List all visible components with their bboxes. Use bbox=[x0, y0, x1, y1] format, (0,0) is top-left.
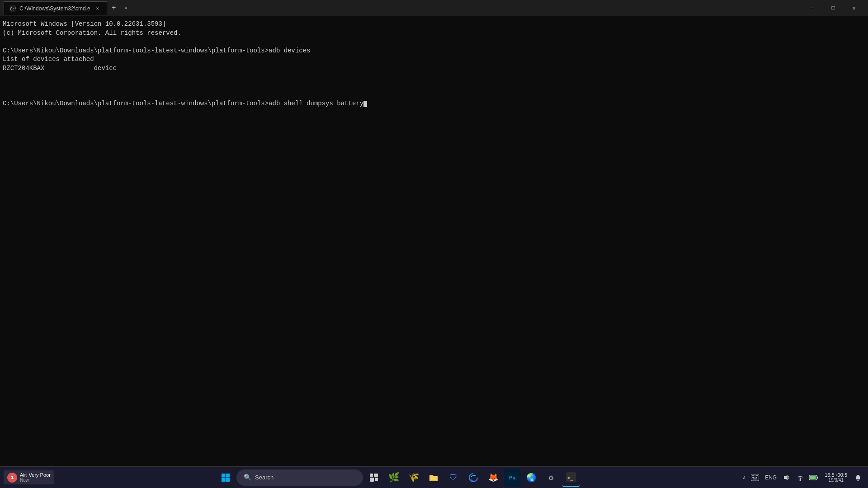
task-view-icon bbox=[369, 473, 378, 482]
svg-rect-13 bbox=[752, 475, 753, 476]
svg-text:>_: >_ bbox=[567, 475, 574, 481]
taskbar-left: 1 Air: Very Poor Now bbox=[4, 470, 54, 484]
tab-close-button[interactable]: ✕ bbox=[94, 5, 101, 12]
browser2-taskbar-icon[interactable]: 🌏 bbox=[522, 469, 540, 487]
maximize-button[interactable]: □ bbox=[823, 0, 844, 16]
firefox-taskbar-icon[interactable]: 🦊 bbox=[484, 469, 502, 487]
svg-rect-26 bbox=[817, 476, 818, 479]
terminal-taskbar-icon[interactable]: >_ bbox=[562, 469, 580, 487]
edge-icon bbox=[468, 473, 478, 483]
tray-expand-button[interactable]: ∧ bbox=[741, 469, 748, 486]
volume-icon bbox=[783, 474, 790, 481]
notification-tray-icon[interactable] bbox=[852, 469, 864, 486]
notification-icon bbox=[854, 474, 862, 481]
windows-logo-icon bbox=[221, 473, 230, 482]
svg-rect-2 bbox=[222, 474, 226, 478]
folder-icon bbox=[429, 473, 439, 482]
svg-rect-21 bbox=[756, 477, 757, 478]
air-quality-badge: 1 bbox=[7, 473, 17, 483]
taskbar-right: ∧ ENG bbox=[741, 469, 864, 486]
battery-tray-icon[interactable] bbox=[807, 469, 820, 486]
new-tab-button[interactable]: + bbox=[107, 1, 121, 15]
svg-rect-19 bbox=[753, 477, 754, 478]
shield-taskbar-icon[interactable]: 🛡 bbox=[444, 469, 462, 487]
terminal-output[interactable]: Microsoft Windows [Version 10.0.22631.35… bbox=[0, 16, 868, 466]
tab-dropdown-button[interactable]: ▾ bbox=[121, 3, 132, 14]
air-quality-text: Air: Very Poor Now bbox=[20, 472, 51, 483]
svg-rect-7 bbox=[374, 474, 378, 477]
clock-time: 16:5 ◦00:5 bbox=[825, 472, 847, 478]
taskbar-center: 🔍 Search 🌿 🌾 🛡 bbox=[58, 469, 739, 487]
network-icon bbox=[797, 474, 804, 481]
svg-marker-23 bbox=[784, 475, 788, 480]
taskbar: 1 Air: Very Poor Now 🔍 Search bbox=[0, 466, 868, 488]
cmd-icon: C:\ bbox=[9, 5, 16, 12]
photoshop-taskbar-icon[interactable]: Ps bbox=[504, 469, 520, 487]
language-button[interactable]: ENG bbox=[762, 469, 779, 486]
active-tab[interactable]: C:\ C:\Windows\System32\cmd.e ✕ bbox=[4, 1, 107, 15]
start-button[interactable] bbox=[217, 469, 235, 487]
keyboard-tray-icon[interactable] bbox=[749, 469, 761, 486]
svg-rect-6 bbox=[370, 474, 373, 477]
svg-rect-5 bbox=[226, 478, 230, 482]
search-label: Search bbox=[255, 474, 274, 481]
terminal-icon: >_ bbox=[566, 472, 576, 482]
herbs-taskbar-icon[interactable]: 🌿 bbox=[385, 469, 403, 487]
svg-text:C:\: C:\ bbox=[10, 7, 16, 11]
svg-rect-24 bbox=[800, 479, 801, 481]
tab-title: C:\Windows\System32\cmd.e bbox=[19, 5, 90, 12]
file-manager-taskbar-icon[interactable] bbox=[425, 469, 443, 487]
clock-date: 19/3/41 bbox=[828, 478, 843, 483]
svg-rect-17 bbox=[757, 475, 758, 476]
task-view-button[interactable] bbox=[365, 469, 383, 487]
svg-point-28 bbox=[858, 479, 859, 481]
air-quality-widget[interactable]: 1 Air: Very Poor Now bbox=[4, 470, 54, 484]
tab-strip: C:\ C:\Windows\System32\cmd.e ✕ + ▾ bbox=[4, 1, 798, 15]
svg-rect-9 bbox=[375, 478, 378, 481]
keyboard-icon bbox=[751, 474, 759, 481]
search-bar[interactable]: 🔍 Search bbox=[236, 469, 363, 486]
svg-rect-4 bbox=[222, 478, 226, 482]
air-quality-subtitle: Now bbox=[20, 478, 51, 483]
cursor bbox=[363, 101, 367, 107]
svg-rect-16 bbox=[756, 475, 757, 476]
svg-rect-22 bbox=[753, 479, 757, 479]
network-tray-icon[interactable] bbox=[794, 469, 807, 486]
minimize-button[interactable]: ─ bbox=[802, 0, 823, 16]
close-button[interactable]: ✕ bbox=[844, 0, 864, 16]
battery-icon bbox=[809, 475, 818, 480]
volume-tray-icon[interactable] bbox=[780, 469, 793, 486]
edge-taskbar-icon[interactable] bbox=[464, 469, 482, 487]
window-controls: ─ □ ✕ bbox=[802, 0, 864, 16]
clock-widget[interactable]: 16:5 ◦00:5 19/3/41 bbox=[821, 469, 851, 486]
svg-rect-27 bbox=[810, 476, 816, 479]
herbs2-taskbar-icon[interactable]: 🌾 bbox=[405, 469, 423, 487]
svg-rect-3 bbox=[226, 474, 230, 478]
svg-rect-18 bbox=[752, 477, 753, 478]
title-bar: C:\ C:\Windows\System32\cmd.e ✕ + ▾ ─ □ … bbox=[0, 0, 868, 16]
app-taskbar-icon[interactable]: ⚙ bbox=[542, 469, 560, 487]
svg-rect-14 bbox=[753, 475, 754, 476]
search-icon: 🔍 bbox=[244, 474, 251, 481]
air-quality-title: Air: Very Poor bbox=[20, 472, 51, 478]
svg-rect-15 bbox=[755, 475, 755, 476]
svg-rect-8 bbox=[370, 478, 374, 482]
svg-rect-20 bbox=[755, 477, 755, 478]
